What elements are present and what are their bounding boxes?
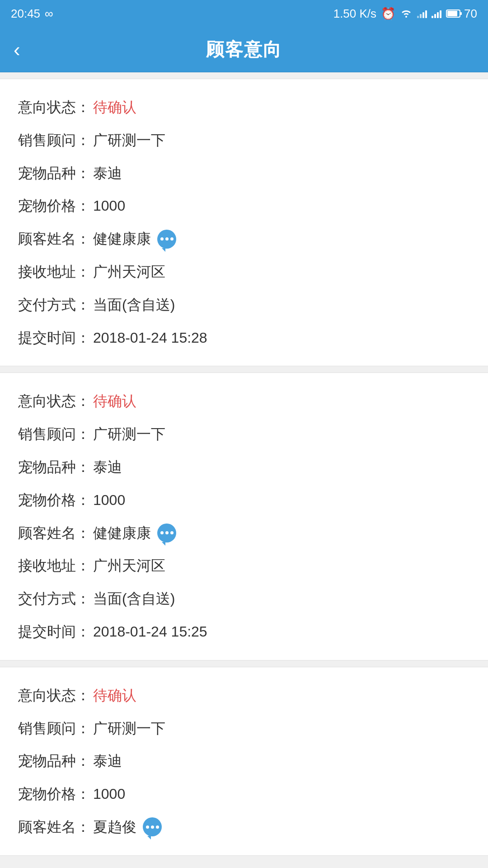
field-value: 泰迪	[93, 457, 122, 477]
card-row: 宠物价格：1000	[18, 490, 470, 510]
card-row: 接收地址：广州天河区	[18, 262, 470, 282]
field-value: 健健康康	[93, 229, 151, 249]
field-value: 夏趋俊	[93, 817, 136, 837]
signal-icon-1	[417, 9, 427, 18]
back-button[interactable]: ‹	[14, 38, 20, 61]
field-label: 交付方式：	[18, 295, 90, 315]
field-value: 泰迪	[93, 163, 122, 184]
status-icons-area: 1.50 K/s ⏰ 70	[333, 7, 477, 21]
field-value: 广研测一下	[93, 130, 165, 151]
network-speed: 1.50 K/s	[333, 7, 376, 21]
field-value: 广州天河区	[93, 556, 165, 576]
card-row: 顾客姓名：健健康康	[18, 229, 470, 249]
field-label: 接收地址：	[18, 556, 90, 576]
card-row: 交付方式：当面(含自送)	[18, 589, 470, 609]
field-value: 广研测一下	[93, 718, 165, 739]
card-row: 接收地址：广州天河区	[18, 556, 470, 576]
field-value: 待确认	[93, 97, 136, 118]
battery-icon: 70	[446, 7, 477, 21]
card-row: 宠物价格：1000	[18, 784, 470, 804]
card-row: 交付方式：当面(含自送)	[18, 295, 470, 315]
field-label: 销售顾问：	[18, 130, 90, 151]
field-value: 广研测一下	[93, 424, 165, 444]
card-3: 意向状态：待确认销售顾问：广研测一下宠物品种：泰迪宠物价格：1000顾客姓名：夏…	[0, 667, 488, 856]
card-row: 意向状态：待确认	[18, 97, 470, 118]
field-value: 待确认	[93, 685, 136, 706]
card-1: 意向状态：待确认销售顾问：广研测一下宠物品种：泰迪宠物价格：1000顾客姓名：健…	[0, 79, 488, 366]
field-value: 1000	[93, 784, 125, 804]
infinity-icon: ∞	[45, 7, 53, 21]
field-value: 1000	[93, 490, 125, 510]
field-value: 待确认	[93, 391, 136, 411]
card-row: 顾客姓名：夏趋俊	[18, 817, 470, 837]
card-row: 销售顾问：广研测一下	[18, 130, 470, 151]
status-bar: 20:45 ∞ 1.50 K/s ⏰ 70	[0, 0, 488, 27]
card-row: 意向状态：待确认	[18, 685, 470, 706]
svg-rect-2	[460, 12, 462, 15]
card-row: 宠物品种：泰迪	[18, 457, 470, 477]
card-row: 销售顾问：广研测一下	[18, 424, 470, 444]
card-row: 宠物价格：1000	[18, 196, 470, 216]
field-label: 宠物品种：	[18, 457, 90, 477]
status-time: 20:45	[11, 7, 40, 21]
field-value: 当面(含自送)	[93, 589, 175, 609]
field-label: 销售顾问：	[18, 718, 90, 739]
field-label: 接收地址：	[18, 262, 90, 282]
status-time-area: 20:45 ∞	[11, 7, 53, 21]
card-row: 销售顾问：广研测一下	[18, 718, 470, 739]
field-label: 宠物品种：	[18, 163, 90, 184]
card-row: 宠物品种：泰迪	[18, 751, 470, 771]
field-label: 意向状态：	[18, 391, 90, 411]
field-label: 宠物价格：	[18, 784, 90, 804]
card-row: 宠物品种：泰迪	[18, 163, 470, 184]
card-2: 意向状态：待确认销售顾问：广研测一下宠物品种：泰迪宠物价格：1000顾客姓名：健…	[0, 373, 488, 660]
card-row: 提交时间：2018-01-24 15:28	[18, 328, 470, 348]
field-value: 广州天河区	[93, 262, 165, 282]
wifi-icon	[400, 7, 413, 21]
field-value: 健健康康	[93, 523, 151, 543]
field-label: 交付方式：	[18, 589, 90, 609]
clock-icon: ⏰	[381, 7, 395, 21]
signal-icon-2	[432, 9, 441, 18]
chat-icon[interactable]	[157, 230, 176, 249]
battery-level: 70	[464, 7, 477, 21]
chat-icon[interactable]	[143, 817, 162, 836]
field-label: 顾客姓名：	[18, 817, 90, 837]
field-value: 1000	[93, 196, 125, 216]
card-row: 提交时间：2018-01-24 15:25	[18, 622, 470, 642]
field-label: 宠物品种：	[18, 751, 90, 771]
field-label: 意向状态：	[18, 97, 90, 118]
field-label: 提交时间：	[18, 622, 90, 642]
page-title: 顾客意向	[206, 37, 282, 62]
field-label: 意向状态：	[18, 685, 90, 706]
field-label: 宠物价格：	[18, 490, 90, 510]
field-value: 2018-01-24 15:25	[93, 622, 207, 642]
field-label: 宠物价格：	[18, 196, 90, 216]
content-area: 意向状态：待确认销售顾问：广研测一下宠物品种：泰迪宠物价格：1000顾客姓名：健…	[0, 72, 488, 862]
field-label: 顾客姓名：	[18, 523, 90, 543]
field-value: 泰迪	[93, 751, 122, 771]
field-value: 当面(含自送)	[93, 295, 175, 315]
card-row: 意向状态：待确认	[18, 391, 470, 411]
field-label: 顾客姓名：	[18, 229, 90, 249]
svg-rect-1	[447, 11, 457, 16]
chat-icon[interactable]	[157, 524, 176, 542]
field-label: 提交时间：	[18, 328, 90, 348]
field-label: 销售顾问：	[18, 424, 90, 444]
card-row: 顾客姓名：健健康康	[18, 523, 470, 543]
page-header: ‹ 顾客意向	[0, 27, 488, 72]
field-value: 2018-01-24 15:28	[93, 328, 207, 348]
